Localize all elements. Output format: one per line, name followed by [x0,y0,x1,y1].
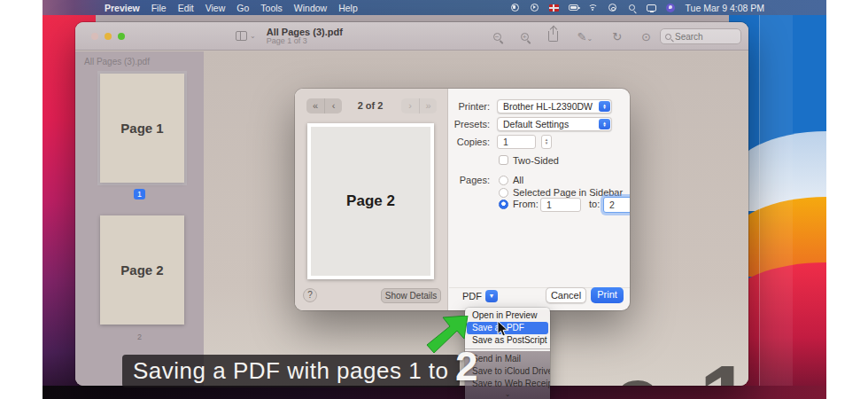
zoom-button[interactable] [118,33,125,40]
menu-item-preview[interactable]: Preview [105,3,140,13]
mouse-cursor [497,321,509,337]
video-caption: Saving a PDF with pages 1 to [122,355,460,387]
spotlight-search-icon[interactable] [627,4,637,12]
page-thumbnail-1[interactable]: Page 1 [100,74,184,183]
last-page-button[interactable]: » [419,98,437,113]
two-sided-label: Two-Sided [513,153,559,168]
pages-range-radio[interactable] [499,200,508,209]
presets-label: Presets: [449,117,490,131]
menu-item-help[interactable]: Help [338,3,358,13]
green-arrow-annotation [423,316,469,353]
previous-page-button[interactable]: ‹ [324,98,342,113]
menu-item-go[interactable]: Go [236,3,249,13]
minimize-button[interactable] [105,33,112,40]
thumbnail-2-badge: 2 [75,332,204,341]
wifi-icon[interactable] [588,4,598,12]
popup-chevrons-icon: ▲▼ [599,119,610,129]
search-input[interactable] [675,32,728,42]
menu-scroll-more-icon[interactable]: ⌄ [465,390,550,399]
battery-icon[interactable] [569,4,578,12]
window-title-block: All Pages (3).pdf Page 1 of 3 [267,27,343,46]
two-sided-checkbox[interactable] [499,155,508,165]
printer-popup[interactable]: Brother HL-L2390DW ▲▼ [497,99,612,113]
play-status-icon[interactable] [530,4,539,12]
sidebar-icon [236,31,247,41]
from-label: From: [513,197,539,212]
menu-item-view[interactable]: View [205,3,226,13]
page-thumbnail-2[interactable]: Page 2 [100,215,184,325]
menu-item-window[interactable]: Window [294,3,327,13]
menu-item-open-in-preview[interactable]: Open in Preview [465,309,550,322]
keyboard-flag-icon[interactable] [549,4,559,12]
search-icon [665,34,671,40]
print-dialog: « ‹ 2 of 2 › » Page 2 ? Show Details [295,89,630,310]
markup-pencil-icon[interactable]: ✎⌄ [577,30,593,43]
print-button[interactable]: Print [591,287,624,303]
close-button[interactable] [91,33,98,40]
copies-field[interactable]: 1 [497,135,536,149]
help-button[interactable]: ? [303,288,317,302]
zoom-in-icon[interactable]: + [521,33,529,41]
print-preview-page-label: Page 2 [346,192,395,210]
screen-record-icon[interactable] [510,4,520,12]
menu-item-edit[interactable]: Edit [178,3,194,13]
to-label: to: [589,197,600,212]
share-icon[interactable] [548,31,558,42]
next-page-button[interactable]: › [401,98,419,113]
window-title: All Pages (3).pdf [267,27,343,37]
pages-all-radio[interactable] [499,176,508,185]
print-preview-pane: « ‹ 2 of 2 › » Page 2 ? Show Details [295,89,448,310]
menu-item-tools[interactable]: Tools [260,3,283,13]
zoom-out-icon[interactable]: − [493,33,501,41]
thumbnail-1-badge: 1 [75,190,204,199]
zoomed-page-text-fragment: e 1 [611,346,748,386]
print-settings-pane: Printer: Brother HL-L2390DW ▲▼ Presets: … [449,89,630,310]
print-preview-page: Page 2 [307,123,434,279]
first-page-button[interactable]: « [306,98,324,113]
highlight-icon[interactable]: ⊙ [641,30,651,43]
from-field[interactable]: 1 [540,198,581,212]
to-field[interactable]: 2 [603,197,630,213]
video-frame: Preview File Edit View Go Tools Window H… [43,0,826,399]
menu-item-file[interactable]: File [151,3,167,13]
popup-chevrons-icon: ▲▼ [599,101,610,112]
thumbnail-2-label: Page 2 [120,262,163,278]
toolbar-search-field[interactable] [660,28,741,44]
chevron-down-icon: ▼ [485,290,498,302]
thumbnail-1-label: Page 1 [120,121,163,136]
bottom-dark-strip [43,386,826,399]
page-counter: 2 of 2 [344,100,397,111]
control-center-icon[interactable] [608,4,617,12]
sidebar-document-name: All Pages (3).pdf [84,57,204,66]
chevron-down-icon: ⌄ [250,32,256,40]
app-status-icon[interactable] [666,4,676,12]
displays-icon[interactable] [647,4,656,12]
copies-stepper[interactable]: ▲▼ [541,135,552,149]
thumbnail-sidebar: All Pages (3).pdf Page 1 1 Page 2 2 [75,51,204,386]
window-subtitle: Page 1 of 3 [267,37,343,46]
show-details-button[interactable]: Show Details [381,288,441,303]
cancel-button[interactable]: Cancel [546,287,586,303]
wallpaper-seam [759,0,793,399]
window-titlebar[interactable]: ⌄ All Pages (3).pdf Page 1 of 3 − + ✎⌄ ↻… [75,22,748,51]
screenshot-stage: Preview File Edit View Go Tools Window H… [0,0,868,399]
rotate-icon[interactable]: ↻ [612,30,622,43]
menu-bar: Preview File Edit View Go Tools Window H… [43,0,826,15]
printer-label: Printer: [449,99,490,113]
presets-popup[interactable]: Default Settings ▲▼ [497,117,612,131]
pdf-menu-button[interactable]: PDF ▼ [462,288,498,303]
sidebar-toggle-button[interactable]: ⌄ [236,31,256,41]
copies-label: Copies: [449,135,490,149]
menu-bar-clock[interactable]: Tue Mar 9 4:08 PM [686,3,764,13]
preview-nav: « ‹ 2 of 2 › » [295,98,448,114]
